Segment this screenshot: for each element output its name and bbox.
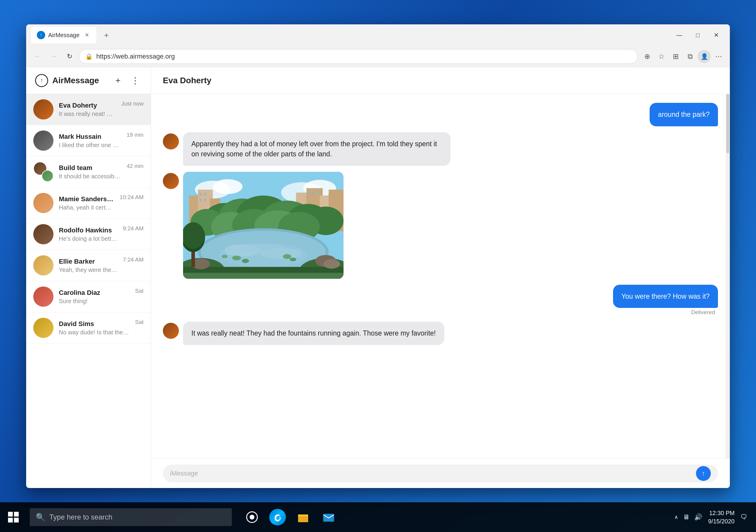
convo-name: Eva Doherty <box>59 102 116 109</box>
profile-button[interactable]: 👤 <box>698 50 711 63</box>
svg-point-40 <box>222 255 228 258</box>
url-text: https://web.airmessage.org <box>96 53 632 60</box>
edge-browser-taskbar-button[interactable] <box>269 509 286 525</box>
avatar-mamie-sanders <box>33 193 53 213</box>
message-bubble-sent-4: You were there? How was it? <box>613 285 718 308</box>
convo-name: Rodolfo Hawkins <box>59 226 117 234</box>
minimize-button[interactable]: — <box>670 29 688 41</box>
chevron-up-icon[interactable]: ∧ <box>674 514 678 520</box>
convo-preview: Sure thing! <box>59 298 129 305</box>
network-icon[interactable]: 🖥 <box>683 513 689 521</box>
svg-rect-53 <box>8 518 13 522</box>
svg-point-2 <box>213 179 242 194</box>
collections-button[interactable]: ⊞ <box>669 50 682 63</box>
imessage-placeholder: iMessage <box>170 469 693 477</box>
svg-point-36 <box>232 255 241 260</box>
conversation-item-eva-doherty[interactable]: Eva Doherty It was really neat! The... J… <box>26 94 151 125</box>
browser-toolbar: ← → ↻ 🔒 https://web.airmessage.org ⊕ ☆ ⊞… <box>26 46 730 67</box>
convo-name: Carolina Diaz <box>59 289 129 297</box>
chat-area: Eva Doherty around the park? Apparently … <box>151 67 730 488</box>
maximize-button[interactable]: □ <box>689 29 707 41</box>
browser-tab[interactable]: ↑ AirMessage ✕ <box>31 27 96 43</box>
send-button[interactable]: ↑ <box>696 466 711 481</box>
convo-name: David Sims <box>59 320 129 328</box>
convo-time: Just now <box>121 100 144 107</box>
volume-icon[interactable]: 🔊 <box>694 513 702 521</box>
convo-info-mamie-sanders: Mamie Sanders a... Haha, yeah it certain… <box>59 195 114 211</box>
taskbar-search-placeholder: Type here to search <box>49 513 112 521</box>
conversation-item-ellie-barker[interactable]: Ellie Barker Yeah, they were the o... 7:… <box>26 250 151 281</box>
system-clock[interactable]: 12:30 PM 9/15/2020 <box>708 509 735 525</box>
back-button[interactable]: ← <box>31 50 44 63</box>
convo-name: Build team <box>59 164 121 172</box>
convo-info-mark-hussain: Mark Hussain I liked the other one m... <box>59 133 121 148</box>
new-conversation-button[interactable]: + <box>111 74 124 87</box>
taskbar-icons <box>232 509 349 525</box>
message-bubble-sent-1: around the park? <box>650 103 718 126</box>
system-tray-icons: ∧ 🖥 🔊 <box>674 513 702 521</box>
add-tab-button[interactable]: ⊕ <box>641 50 654 63</box>
clock-time: 12:30 PM <box>708 509 735 517</box>
avatar-build-team <box>33 162 53 182</box>
toolbar-actions: ⊕ ☆ ⊞ ⧉ 👤 ⋯ <box>641 50 725 63</box>
notifications-button[interactable]: 🗨 <box>741 513 747 521</box>
avatar-ellie-barker <box>33 255 53 276</box>
airmessage-logo: ↑ <box>35 74 48 87</box>
convo-preview: No way dude! Is that the o... <box>59 329 129 336</box>
address-bar[interactable]: 🔒 https://web.airmessage.org <box>79 49 638 64</box>
chat-scrollbar-thumb <box>726 94 729 153</box>
convo-time: 9:24 AM <box>123 225 144 232</box>
taskbar: 🔍 Type here to search <box>0 502 756 532</box>
conversation-item-rodolfo-hawkins[interactable]: Rodolfo Hawkins He's doing a lot better.… <box>26 219 151 250</box>
sidebar-title: AirMessage <box>52 76 107 85</box>
favorite-button[interactable]: ☆ <box>655 50 668 63</box>
browser-content: ↑ AirMessage + ⋮ Eva Doherty It was real… <box>26 67 730 488</box>
conversation-item-build-team[interactable]: Build team It should be accessible, ... … <box>26 156 151 188</box>
svg-rect-12 <box>200 193 202 196</box>
task-view-button[interactable] <box>244 509 260 525</box>
send-icon: ↑ <box>702 469 705 477</box>
mail-button[interactable] <box>320 509 337 525</box>
message-bubble-received-5: It was really neat! They had the fountai… <box>183 322 444 345</box>
conversation-item-mark-hussain[interactable]: Mark Hussain I liked the other one m... … <box>26 125 151 156</box>
svg-rect-50 <box>183 273 343 279</box>
conversation-item-carolina-diaz[interactable]: Carolina Diaz Sure thing! Sat <box>26 281 151 312</box>
svg-rect-13 <box>204 193 206 196</box>
convo-preview: I liked the other one m... <box>59 142 121 148</box>
search-icon: 🔍 <box>36 513 45 522</box>
convo-time: 10:24 AM <box>120 194 144 200</box>
file-explorer-button[interactable] <box>295 509 311 525</box>
close-button[interactable]: ✕ <box>707 29 725 41</box>
chat-scrollbar[interactable] <box>726 94 730 458</box>
svg-point-37 <box>242 259 249 263</box>
avatar-rodolfo-hawkins <box>33 224 53 244</box>
svg-rect-16 <box>308 191 310 194</box>
convo-preview: It should be accessible, ... <box>59 173 121 180</box>
tab-close-button[interactable]: ✕ <box>83 32 90 39</box>
taskbar-system-tray: ∧ 🖥 🔊 12:30 PM 9/15/2020 🗨 <box>665 509 756 525</box>
menu-button[interactable]: ⋯ <box>712 50 725 63</box>
avatar-mark-hussain <box>33 130 53 151</box>
svg-point-39 <box>290 258 296 261</box>
avatar-david-sims <box>33 318 53 338</box>
convo-preview: Haha, yeah it certainl... <box>59 204 114 211</box>
conversation-item-mamie-sanders[interactable]: Mamie Sanders a... Haha, yeah it certain… <box>26 188 151 219</box>
convo-name: Mark Hussain <box>59 133 121 141</box>
conversation-item-david-sims[interactable]: David Sims No way dude! Is that the o...… <box>26 312 151 344</box>
start-button[interactable] <box>0 502 27 532</box>
svg-rect-51 <box>8 512 13 517</box>
message-row-1: around the park? <box>163 103 718 126</box>
message-row-5: It was really neat! They had the fountai… <box>163 322 718 345</box>
convo-info-eva-doherty: Eva Doherty It was really neat! The... <box>59 102 116 118</box>
chat-input-field[interactable]: iMessage ↑ <box>163 465 718 482</box>
taskbar-search[interactable]: 🔍 Type here to search <box>30 508 232 526</box>
convo-time: Sat <box>135 288 144 294</box>
new-tab-button[interactable]: + <box>99 28 114 42</box>
forward-button[interactable]: → <box>47 50 60 63</box>
sidebar-menu-button[interactable]: ⋮ <box>129 74 142 87</box>
message-avatar-5 <box>163 323 179 339</box>
extensions-button[interactable]: ⧉ <box>684 50 696 63</box>
svg-rect-54 <box>14 518 19 522</box>
convo-name: Mamie Sanders a... <box>59 195 114 203</box>
refresh-button[interactable]: ↻ <box>63 50 76 63</box>
